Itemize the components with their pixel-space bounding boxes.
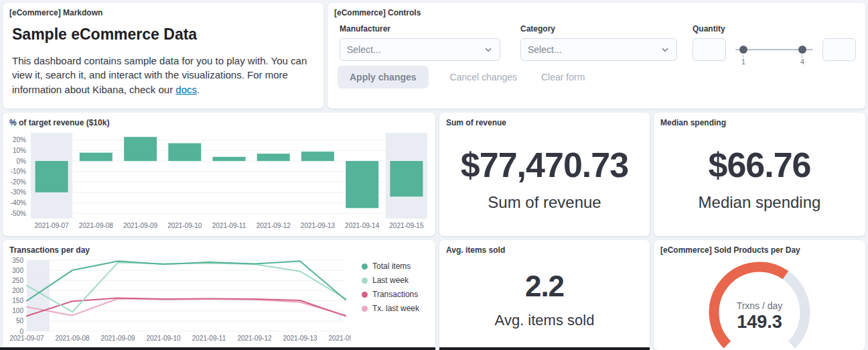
legend-dot — [362, 292, 368, 298]
quantity-min-input[interactable] — [693, 38, 726, 61]
median-spending-panel: Median spending $66.76 Median spending — [654, 113, 865, 236]
svg-text:2021-09-13: 2021-09-13 — [301, 222, 336, 229]
svg-text:2021-09-11: 2021-09-11 — [212, 222, 246, 229]
svg-text:-50%: -50% — [11, 210, 26, 217]
svg-text:2021-09-14: 2021-09-14 — [328, 335, 351, 342]
svg-text:2021-09-09: 2021-09-09 — [100, 335, 135, 342]
quantity-slider-handle-max[interactable] — [798, 46, 806, 54]
metric-value: $66.76 — [708, 148, 810, 182]
viewport-cutoff-edge — [439, 347, 650, 350]
quantity-slider[interactable]: 1 4 — [731, 38, 817, 68]
svg-text:-20%: -20% — [11, 178, 26, 186]
panel-title: [eCommerce] Markdown — [9, 8, 102, 17]
metric-value: 2.2 — [525, 272, 564, 301]
svg-text:100: 100 — [12, 307, 23, 314]
svg-text:350: 350 — [12, 257, 23, 264]
svg-text:2021-09-10: 2021-09-10 — [146, 335, 181, 342]
svg-text:0: 0 — [19, 328, 23, 335]
quantity-max-input[interactable] — [822, 38, 856, 61]
svg-text:2021-09-13: 2021-09-13 — [283, 335, 317, 342]
metric-label: Median spending — [699, 193, 821, 212]
svg-text:2021-09-11: 2021-09-11 — [192, 335, 226, 342]
svg-text:50: 50 — [16, 317, 24, 325]
svg-text:2021-09-09: 2021-09-09 — [123, 222, 158, 229]
target-revenue-chart[interactable]: 20%10%0%-10%-20%-30%-40%-50%2021-09-0720… — [5, 129, 433, 232]
clear-form-button[interactable]: Clear form — [538, 72, 587, 82]
svg-text:2021-09-08: 2021-09-08 — [79, 222, 114, 229]
slider-min-label: 1 — [739, 58, 747, 66]
apply-changes-button[interactable]: Apply changes — [338, 66, 429, 89]
svg-text:0%: 0% — [17, 158, 27, 165]
sum-revenue-metric: $77,470.73 Sum of revenue — [439, 113, 650, 236]
legend-dot — [362, 306, 368, 312]
slider-tick-max — [802, 55, 802, 58]
slider-tick-min — [743, 55, 743, 58]
median-spending-metric: $66.76 Median spending — [654, 113, 865, 236]
metric-label: Avg. items sold — [495, 312, 595, 329]
avg-items-metric: 2.2 Avg. items sold — [439, 240, 650, 350]
gauge-chart[interactable] — [654, 249, 865, 350]
svg-text:-30%: -30% — [11, 188, 26, 196]
manufacturer-label: Manufacturer — [340, 24, 500, 34]
quantity-control: Quantity 1 4 — [693, 24, 856, 68]
svg-text:2021-09-14: 2021-09-14 — [345, 222, 380, 229]
legend-label: Tx. last week — [372, 304, 419, 313]
svg-text:300: 300 — [12, 267, 23, 274]
chevron-down-icon — [660, 45, 670, 54]
svg-text:250: 250 — [12, 277, 23, 284]
legend-dot — [362, 278, 368, 284]
transactions-chart[interactable]: 0501001502002503003502021-09-072021-09-0… — [5, 255, 351, 343]
quantity-label: Quantity — [693, 24, 856, 34]
legend-item[interactable]: Tx. last week — [362, 304, 433, 313]
svg-text:-10%: -10% — [11, 168, 26, 175]
markdown-panel: [eCommerce] Markdown Sample eCommerce Da… — [3, 3, 323, 109]
svg-text:2021-09-15: 2021-09-15 — [389, 222, 424, 229]
legend-label: Total items — [372, 261, 411, 271]
svg-text:2021-09-08: 2021-09-08 — [55, 335, 90, 342]
panel-title: Transactions per day — [9, 245, 90, 255]
controls-panel: [eCommerce] Controls Manufacturer Select… — [328, 3, 865, 109]
svg-text:150: 150 — [12, 297, 23, 304]
sold-products-gauge-panel: [eCommerce] Sold Products per Day Trxns … — [654, 240, 865, 350]
manufacturer-control: Manufacturer Select... — [340, 24, 500, 61]
metric-label: Sum of revenue — [488, 193, 601, 212]
category-control: Category Select... — [520, 24, 677, 61]
docs-link[interactable]: docs — [175, 84, 197, 95]
slider-max-label: 4 — [798, 58, 806, 66]
metric-value: $77,470.73 — [461, 148, 628, 182]
markdown-heading: Sample eCommerce Data — [12, 25, 197, 44]
category-label: Category — [520, 24, 677, 34]
svg-text:10%: 10% — [13, 147, 26, 154]
legend-item[interactable]: Total items — [362, 261, 433, 271]
svg-text:2021-09-12: 2021-09-12 — [257, 222, 291, 229]
svg-text:2021-09-10: 2021-09-10 — [167, 222, 202, 229]
markdown-text: This dashboard contains sample data for … — [12, 55, 307, 95]
svg-text:20%: 20% — [13, 136, 26, 143]
manufacturer-placeholder: Select... — [347, 44, 381, 55]
legend-label: Transactions — [372, 290, 418, 299]
panel-title: [eCommerce] Controls — [334, 8, 421, 17]
quantity-slider-handle-min[interactable] — [739, 46, 747, 54]
svg-text:2021-09-12: 2021-09-12 — [237, 335, 272, 342]
viewport-cutoff-edge — [0, 347, 435, 350]
gauge-value: 149.3 — [654, 312, 865, 333]
legend-dot — [362, 264, 368, 270]
manufacturer-select[interactable]: Select... — [340, 38, 500, 61]
category-placeholder: Select... — [528, 44, 562, 55]
chevron-down-icon — [484, 45, 493, 54]
panel-title: % of target revenue ($10k) — [9, 118, 109, 127]
legend-item[interactable]: Last week — [362, 276, 433, 285]
category-select[interactable]: Select... — [520, 38, 677, 61]
cancel-changes-button[interactable]: Cancel changes — [447, 72, 520, 82]
legend-item[interactable]: Transactions — [362, 290, 433, 299]
target-revenue-panel: % of target revenue ($10k) 20%10%0%-10%-… — [3, 113, 435, 236]
gauge-label: Trxns / day — [654, 300, 865, 311]
avg-items-panel: Avg. items sold 2.2 Avg. items sold — [439, 240, 650, 350]
sum-revenue-panel: Sum of revenue $77,470.73 Sum of revenue — [439, 113, 650, 236]
svg-text:2021-09-07: 2021-09-07 — [35, 222, 70, 229]
svg-text:2021-09-07: 2021-09-07 — [9, 335, 44, 342]
transactions-panel: Transactions per day 0501001502002503003… — [3, 240, 435, 350]
svg-text:-40%: -40% — [11, 199, 26, 207]
markdown-body: This dashboard contains sample data for … — [12, 54, 315, 97]
markdown-text-end: . — [197, 84, 200, 95]
